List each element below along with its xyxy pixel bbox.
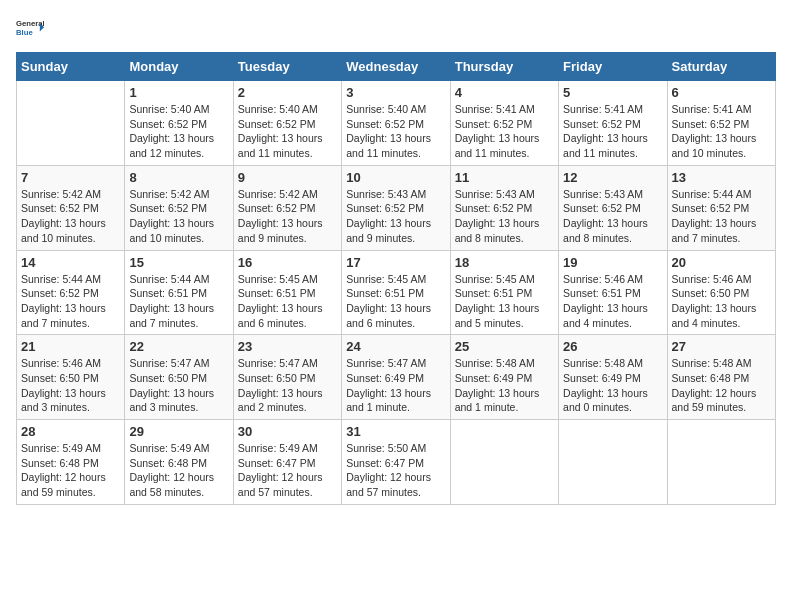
day-info: Sunrise: 5:40 AM Sunset: 6:52 PM Dayligh…: [238, 102, 337, 161]
day-number: 20: [672, 255, 771, 270]
day-info: Sunrise: 5:43 AM Sunset: 6:52 PM Dayligh…: [563, 187, 662, 246]
calendar-header-row: SundayMondayTuesdayWednesdayThursdayFrid…: [17, 53, 776, 81]
day-number: 2: [238, 85, 337, 100]
day-info: Sunrise: 5:44 AM Sunset: 6:52 PM Dayligh…: [21, 272, 120, 331]
day-number: 23: [238, 339, 337, 354]
day-info: Sunrise: 5:43 AM Sunset: 6:52 PM Dayligh…: [455, 187, 554, 246]
calendar-cell: 31Sunrise: 5:50 AM Sunset: 6:47 PM Dayli…: [342, 420, 450, 505]
day-number: 3: [346, 85, 445, 100]
calendar-week-row: 14Sunrise: 5:44 AM Sunset: 6:52 PM Dayli…: [17, 250, 776, 335]
day-number: 7: [21, 170, 120, 185]
day-info: Sunrise: 5:47 AM Sunset: 6:50 PM Dayligh…: [238, 356, 337, 415]
day-number: 19: [563, 255, 662, 270]
day-number: 6: [672, 85, 771, 100]
day-number: 24: [346, 339, 445, 354]
calendar-cell: [17, 81, 125, 166]
calendar-cell: 12Sunrise: 5:43 AM Sunset: 6:52 PM Dayli…: [559, 165, 667, 250]
day-info: Sunrise: 5:42 AM Sunset: 6:52 PM Dayligh…: [21, 187, 120, 246]
calendar-cell: 4Sunrise: 5:41 AM Sunset: 6:52 PM Daylig…: [450, 81, 558, 166]
day-info: Sunrise: 5:48 AM Sunset: 6:49 PM Dayligh…: [455, 356, 554, 415]
calendar-cell: 18Sunrise: 5:45 AM Sunset: 6:51 PM Dayli…: [450, 250, 558, 335]
calendar-cell: 8Sunrise: 5:42 AM Sunset: 6:52 PM Daylig…: [125, 165, 233, 250]
calendar-cell: 26Sunrise: 5:48 AM Sunset: 6:49 PM Dayli…: [559, 335, 667, 420]
day-number: 22: [129, 339, 228, 354]
calendar-cell: 25Sunrise: 5:48 AM Sunset: 6:49 PM Dayli…: [450, 335, 558, 420]
day-number: 30: [238, 424, 337, 439]
calendar-week-row: 21Sunrise: 5:46 AM Sunset: 6:50 PM Dayli…: [17, 335, 776, 420]
svg-text:Blue: Blue: [16, 28, 33, 37]
day-info: Sunrise: 5:41 AM Sunset: 6:52 PM Dayligh…: [455, 102, 554, 161]
day-info: Sunrise: 5:46 AM Sunset: 6:50 PM Dayligh…: [672, 272, 771, 331]
day-number: 9: [238, 170, 337, 185]
day-number: 21: [21, 339, 120, 354]
calendar-cell: [667, 420, 775, 505]
calendar-cell: 11Sunrise: 5:43 AM Sunset: 6:52 PM Dayli…: [450, 165, 558, 250]
calendar-cell: 3Sunrise: 5:40 AM Sunset: 6:52 PM Daylig…: [342, 81, 450, 166]
day-info: Sunrise: 5:44 AM Sunset: 6:51 PM Dayligh…: [129, 272, 228, 331]
day-of-week-header: Wednesday: [342, 53, 450, 81]
day-info: Sunrise: 5:46 AM Sunset: 6:50 PM Dayligh…: [21, 356, 120, 415]
day-info: Sunrise: 5:41 AM Sunset: 6:52 PM Dayligh…: [563, 102, 662, 161]
calendar-cell: 2Sunrise: 5:40 AM Sunset: 6:52 PM Daylig…: [233, 81, 341, 166]
day-number: 5: [563, 85, 662, 100]
logo: General Blue: [16, 16, 44, 44]
calendar-cell: 17Sunrise: 5:45 AM Sunset: 6:51 PM Dayli…: [342, 250, 450, 335]
day-number: 8: [129, 170, 228, 185]
calendar-week-row: 28Sunrise: 5:49 AM Sunset: 6:48 PM Dayli…: [17, 420, 776, 505]
calendar-cell: 22Sunrise: 5:47 AM Sunset: 6:50 PM Dayli…: [125, 335, 233, 420]
day-number: 16: [238, 255, 337, 270]
day-info: Sunrise: 5:48 AM Sunset: 6:49 PM Dayligh…: [563, 356, 662, 415]
day-info: Sunrise: 5:42 AM Sunset: 6:52 PM Dayligh…: [129, 187, 228, 246]
day-of-week-header: Sunday: [17, 53, 125, 81]
calendar-cell: [450, 420, 558, 505]
calendar-cell: 19Sunrise: 5:46 AM Sunset: 6:51 PM Dayli…: [559, 250, 667, 335]
calendar-cell: 13Sunrise: 5:44 AM Sunset: 6:52 PM Dayli…: [667, 165, 775, 250]
day-of-week-header: Saturday: [667, 53, 775, 81]
day-number: 1: [129, 85, 228, 100]
calendar-body: 1Sunrise: 5:40 AM Sunset: 6:52 PM Daylig…: [17, 81, 776, 505]
day-info: Sunrise: 5:49 AM Sunset: 6:48 PM Dayligh…: [129, 441, 228, 500]
day-number: 28: [21, 424, 120, 439]
day-number: 14: [21, 255, 120, 270]
day-info: Sunrise: 5:43 AM Sunset: 6:52 PM Dayligh…: [346, 187, 445, 246]
calendar-cell: 14Sunrise: 5:44 AM Sunset: 6:52 PM Dayli…: [17, 250, 125, 335]
day-info: Sunrise: 5:41 AM Sunset: 6:52 PM Dayligh…: [672, 102, 771, 161]
calendar-cell: [559, 420, 667, 505]
day-number: 4: [455, 85, 554, 100]
day-number: 12: [563, 170, 662, 185]
day-of-week-header: Tuesday: [233, 53, 341, 81]
day-info: Sunrise: 5:49 AM Sunset: 6:47 PM Dayligh…: [238, 441, 337, 500]
day-info: Sunrise: 5:46 AM Sunset: 6:51 PM Dayligh…: [563, 272, 662, 331]
calendar-cell: 7Sunrise: 5:42 AM Sunset: 6:52 PM Daylig…: [17, 165, 125, 250]
calendar-cell: 24Sunrise: 5:47 AM Sunset: 6:49 PM Dayli…: [342, 335, 450, 420]
header: General Blue: [16, 16, 776, 44]
calendar-cell: 30Sunrise: 5:49 AM Sunset: 6:47 PM Dayli…: [233, 420, 341, 505]
day-of-week-header: Thursday: [450, 53, 558, 81]
day-info: Sunrise: 5:40 AM Sunset: 6:52 PM Dayligh…: [129, 102, 228, 161]
day-number: 25: [455, 339, 554, 354]
calendar-table: SundayMondayTuesdayWednesdayThursdayFrid…: [16, 52, 776, 505]
day-of-week-header: Monday: [125, 53, 233, 81]
day-of-week-header: Friday: [559, 53, 667, 81]
calendar-cell: 15Sunrise: 5:44 AM Sunset: 6:51 PM Dayli…: [125, 250, 233, 335]
day-info: Sunrise: 5:48 AM Sunset: 6:48 PM Dayligh…: [672, 356, 771, 415]
calendar-week-row: 7Sunrise: 5:42 AM Sunset: 6:52 PM Daylig…: [17, 165, 776, 250]
day-info: Sunrise: 5:42 AM Sunset: 6:52 PM Dayligh…: [238, 187, 337, 246]
day-number: 11: [455, 170, 554, 185]
calendar-cell: 9Sunrise: 5:42 AM Sunset: 6:52 PM Daylig…: [233, 165, 341, 250]
day-number: 10: [346, 170, 445, 185]
calendar-week-row: 1Sunrise: 5:40 AM Sunset: 6:52 PM Daylig…: [17, 81, 776, 166]
day-info: Sunrise: 5:45 AM Sunset: 6:51 PM Dayligh…: [455, 272, 554, 331]
day-info: Sunrise: 5:44 AM Sunset: 6:52 PM Dayligh…: [672, 187, 771, 246]
day-number: 17: [346, 255, 445, 270]
calendar-cell: 29Sunrise: 5:49 AM Sunset: 6:48 PM Dayli…: [125, 420, 233, 505]
calendar-cell: 5Sunrise: 5:41 AM Sunset: 6:52 PM Daylig…: [559, 81, 667, 166]
day-number: 26: [563, 339, 662, 354]
calendar-cell: 16Sunrise: 5:45 AM Sunset: 6:51 PM Dayli…: [233, 250, 341, 335]
day-info: Sunrise: 5:47 AM Sunset: 6:50 PM Dayligh…: [129, 356, 228, 415]
calendar-cell: 27Sunrise: 5:48 AM Sunset: 6:48 PM Dayli…: [667, 335, 775, 420]
day-info: Sunrise: 5:50 AM Sunset: 6:47 PM Dayligh…: [346, 441, 445, 500]
logo-icon: General Blue: [16, 16, 44, 44]
calendar-cell: 10Sunrise: 5:43 AM Sunset: 6:52 PM Dayli…: [342, 165, 450, 250]
calendar-cell: 21Sunrise: 5:46 AM Sunset: 6:50 PM Dayli…: [17, 335, 125, 420]
